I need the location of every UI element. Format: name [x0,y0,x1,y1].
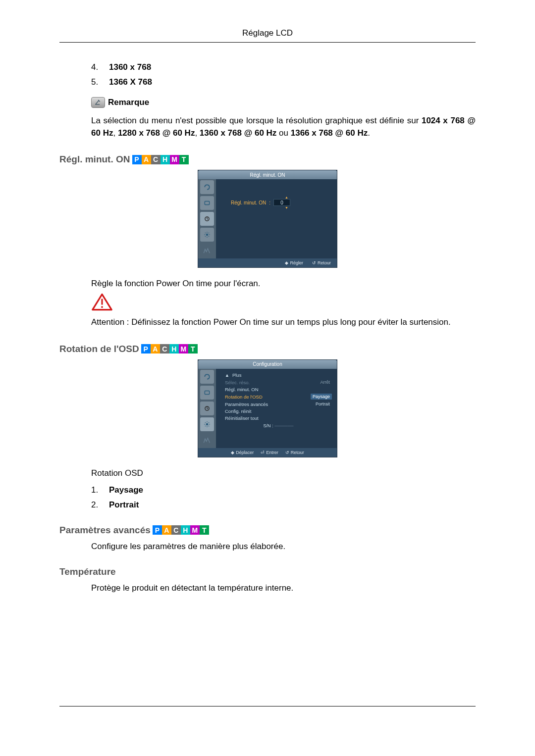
svg-rect-0 [205,202,209,205]
footer-rule [59,706,476,706]
svg-point-4 [101,306,103,308]
osd-menu-row: Sélec. réso.Arrêt [225,379,332,386]
osd-field-value: ▲ 0 ▼ [273,199,290,206]
osd-screenshot-2: Configuration ▲Plus Sélec. réso.Arrêt Ré… [198,359,337,457]
page-title: Réglage LCD [59,28,476,43]
badge-m-icon: M [190,525,200,535]
section-heading-rotation-osd: Rotation de l'OSD P A C H M T [59,344,476,354]
osd-side-icon [200,228,214,242]
osd-menu-row-selected: Rotation de l'OSDPaysage [225,393,332,401]
list-item: 1. Paysage [91,485,476,495]
osd-menu-row: ▲Plus [225,372,332,379]
list-number: 2. [91,500,109,510]
svg-point-2 [206,234,209,236]
badge-c-icon: C [171,525,181,535]
updown-icon: ◆ [285,260,288,265]
list-text: 1366 X 768 [109,77,152,87]
svg-point-7 [206,423,209,426]
badge-a-icon: A [142,155,151,164]
badge-p-icon: P [141,344,151,353]
list-item: 4. 1360 x 768 [91,62,476,72]
osd-footer: ◆Déplacer ⏎Entrer ↺Retour [198,448,337,457]
list-item: 2. Portrait [91,500,476,510]
note-bold: 1366 x 768 @ 60 Hz [291,128,368,138]
osd-footer: ◆Régler ↺Retour [198,258,337,267]
list-number: 1. [91,485,109,495]
note-heading: Remarque [91,97,476,108]
return-icon: ↺ [312,260,316,265]
section-description: Protège le produit en détectant la tempé… [91,583,476,593]
osd-field-label: Régl. minut. ON [231,200,266,205]
warning-icon [91,293,113,311]
badge-p-icon: P [153,525,162,535]
osd-side-icon [200,402,214,415]
osd-serial: S/N : ────── [225,422,332,429]
section-heading-parametres-avances: Paramètres avancés P A C H M T [59,525,476,536]
note-bold: 1280 x 768 @ 60 Hz [118,128,195,138]
svg-rect-3 [101,299,103,305]
list-number: 4. [91,62,109,72]
osd-side-icon [200,180,214,194]
badge-h-icon: H [169,344,179,353]
osd-footer-hint: ⏎Entrer [261,450,278,455]
heading-text: Rotation de l'OSD [59,344,139,354]
list-text: Paysage [109,485,143,495]
note-icon [91,97,105,108]
badge-row: P A C H M T [153,525,209,535]
section-caption: Rotation OSD [91,468,476,478]
osd-title: Régl. minut. ON [198,170,337,179]
enter-icon: ⏎ [261,450,265,455]
list-text: Portrait [109,500,139,510]
list-text: 1360 x 768 [109,62,151,72]
osd-side-icon [200,386,214,400]
note-bold: 1360 x 768 @ 60 Hz [200,128,277,138]
section-heading-temperature: Température [59,566,476,577]
note-text: La sélection du menu n'est possible que … [91,116,422,125]
list-item: 5. 1366 X 768 [91,77,476,87]
badge-row: P A C H M T [132,155,189,164]
osd-sidebar [198,179,216,258]
note-label: Remarque [108,98,149,107]
down-arrow-icon: ▼ [285,206,288,209]
list-number: 5. [91,77,109,87]
osd-field: Régl. minut. ON : ▲ 0 ▼ [231,199,332,206]
badge-t-icon: T [200,525,209,535]
osd-menu-row: Régl. minut. ON [225,386,332,393]
osd-side-icon [200,196,214,210]
warning-text: Attention : Définissez la fonction Power… [91,316,476,329]
badge-p-icon: P [132,155,142,164]
osd-side-icon [200,433,214,447]
osd-menu-row: Réinitialiser tout [225,415,332,422]
note-body: La sélection du menu n'est possible que … [91,115,476,139]
heading-text: Régl. minut. ON [59,154,130,165]
return-icon: ↺ [285,450,289,455]
section-description: Règle la fonction Power On time pour l'é… [91,279,476,289]
badge-h-icon: H [181,525,190,535]
badge-a-icon: A [151,344,160,353]
osd-menu-row: Paramètres avancésPortrait [225,401,332,408]
section-description: Configure les paramètres de manière plus… [91,542,476,552]
updown-icon: ◆ [231,450,234,455]
osd-footer-hint: ↺Retour [312,260,331,265]
osd-title: Configuration [198,360,337,369]
badge-t-icon: T [188,344,198,353]
osd-side-icon [200,417,214,431]
badge-t-icon: T [179,155,189,164]
badge-a-icon: A [162,525,171,535]
osd-side-icon [200,212,214,226]
svg-rect-5 [205,391,209,394]
osd-footer-hint: ↺Retour [285,450,304,455]
osd-menu-row: Config. réinit [225,408,332,415]
badge-m-icon: M [179,344,188,353]
osd-footer-hint: ◆Déplacer [231,450,254,455]
up-arrow-icon: ▲ [285,196,288,199]
section-heading-regl-minut: Régl. minut. ON P A C H M T [59,154,476,165]
badge-h-icon: H [160,155,170,164]
osd-side-icon [200,244,214,257]
osd-side-icon [200,370,214,384]
badge-c-icon: C [151,155,160,164]
osd-footer-hint: ◆Régler [285,260,303,265]
heading-text: Température [59,566,116,577]
badge-m-icon: M [170,155,179,164]
heading-text: Paramètres avancés [59,525,151,536]
